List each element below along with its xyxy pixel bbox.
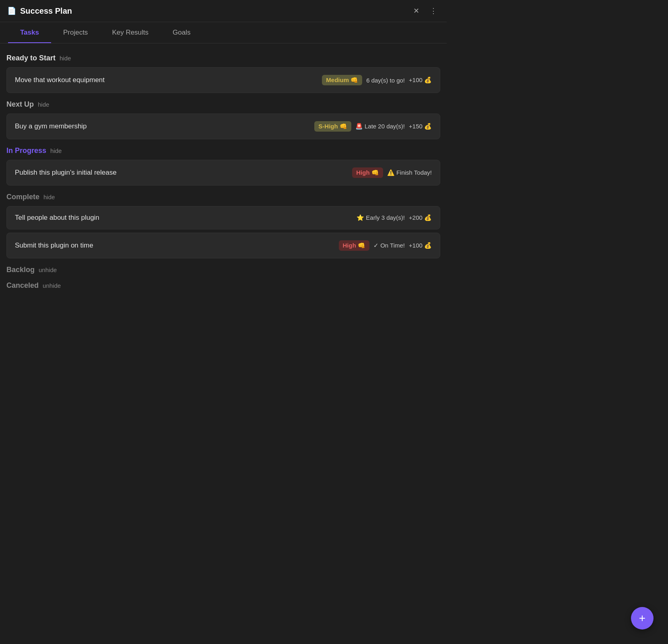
unhide-backlog-button[interactable]: unhide xyxy=(39,266,57,273)
title-bar: 📄 Success Plan ✕ ⋮ xyxy=(0,0,447,22)
task-points: +100 💰 xyxy=(409,76,432,84)
section-next-up: Next Up hide Buy a gym membership S-High… xyxy=(6,100,440,139)
task-meta: S-High 👊 🚨 Late 20 day(s)! +150 💰 xyxy=(314,121,432,132)
task-points: +200 💰 xyxy=(409,214,432,221)
section-complete: Complete hide Tell people about this plu… xyxy=(6,193,440,258)
task-name: Move that workout equipment xyxy=(15,76,105,84)
section-title-next: Next Up xyxy=(6,100,34,109)
task-card[interactable]: Tell people about this plugin ⭐ Early 3 … xyxy=(6,206,440,229)
section-title-complete: Complete xyxy=(6,193,39,201)
priority-badge: High 👊 xyxy=(339,240,370,251)
task-meta: Medium 👊 6 day(s) to go! +100 💰 xyxy=(322,75,432,85)
hide-next-button[interactable]: hide xyxy=(38,101,49,108)
task-status: ✓ On Time! xyxy=(373,242,405,249)
task-meta: High 👊 ✓ On Time! +100 💰 xyxy=(339,240,432,251)
more-button[interactable]: ⋮ xyxy=(427,6,439,16)
priority-badge: Medium 👊 xyxy=(322,75,362,85)
section-title-canceled: Canceled xyxy=(6,281,39,290)
hide-inprogress-button[interactable]: hide xyxy=(50,147,62,154)
section-header-canceled: Canceled unhide xyxy=(6,281,440,290)
document-icon: 📄 xyxy=(7,6,16,15)
close-button[interactable]: ✕ xyxy=(411,6,422,16)
tab-goals[interactable]: Goals xyxy=(161,22,202,43)
hide-ready-button[interactable]: hide xyxy=(60,55,71,62)
task-card[interactable]: Submit this plugin on time High 👊 ✓ On T… xyxy=(6,233,440,258)
app-title: Success Plan xyxy=(20,6,72,16)
section-header-complete: Complete hide xyxy=(6,193,440,201)
tab-projects[interactable]: Projects xyxy=(51,22,100,43)
task-points: +100 💰 xyxy=(409,242,432,249)
nav-tabs: Tasks Projects Key Results Goals xyxy=(0,22,447,43)
section-canceled: Canceled unhide xyxy=(6,281,440,290)
section-header-ready: Ready to Start hide xyxy=(6,54,440,62)
section-title-backlog: Backlog xyxy=(6,266,35,274)
task-name: Tell people about this plugin xyxy=(15,214,99,222)
task-meta: High 👊 ⚠️ Finish Today! xyxy=(352,167,432,178)
priority-badge: High 👊 xyxy=(352,167,383,178)
task-points: +150 💰 xyxy=(409,123,432,130)
task-status: ⚠️ Finish Today! xyxy=(387,169,432,176)
tab-key-results[interactable]: Key Results xyxy=(100,22,161,43)
task-meta: ⭐ Early 3 day(s)! +200 💰 xyxy=(357,214,432,221)
unhide-canceled-button[interactable]: unhide xyxy=(43,282,61,289)
section-header-inprogress: In Progress hide xyxy=(6,147,440,155)
priority-badge: S-High 👊 xyxy=(314,121,351,132)
tab-tasks[interactable]: Tasks xyxy=(8,22,51,43)
task-name: Publish this plugin's initial release xyxy=(15,169,117,177)
hide-complete-button[interactable]: hide xyxy=(43,194,55,200)
task-status: 🚨 Late 20 day(s)! xyxy=(355,123,405,130)
task-card[interactable]: Move that workout equipment Medium 👊 6 d… xyxy=(6,67,440,93)
title-actions: ✕ ⋮ xyxy=(411,6,439,16)
section-ready-to-start: Ready to Start hide Move that workout eq… xyxy=(6,54,440,93)
task-status: 6 day(s) to go! xyxy=(366,77,405,84)
section-header-next: Next Up hide xyxy=(6,100,440,109)
title-left: 📄 Success Plan xyxy=(7,6,72,16)
task-name: Buy a gym membership xyxy=(15,122,87,130)
task-name: Submit this plugin on time xyxy=(15,242,93,250)
task-card[interactable]: Buy a gym membership S-High 👊 🚨 Late 20 … xyxy=(6,114,440,139)
task-card[interactable]: Publish this plugin's initial release Hi… xyxy=(6,160,440,186)
section-backlog: Backlog unhide xyxy=(6,266,440,274)
section-header-backlog: Backlog unhide xyxy=(6,266,440,274)
section-title-inprogress: In Progress xyxy=(6,147,46,155)
section-title-ready: Ready to Start xyxy=(6,54,56,62)
task-status: ⭐ Early 3 day(s)! xyxy=(357,214,405,221)
content-area: Ready to Start hide Move that workout eq… xyxy=(0,43,447,305)
section-in-progress: In Progress hide Publish this plugin's i… xyxy=(6,147,440,186)
